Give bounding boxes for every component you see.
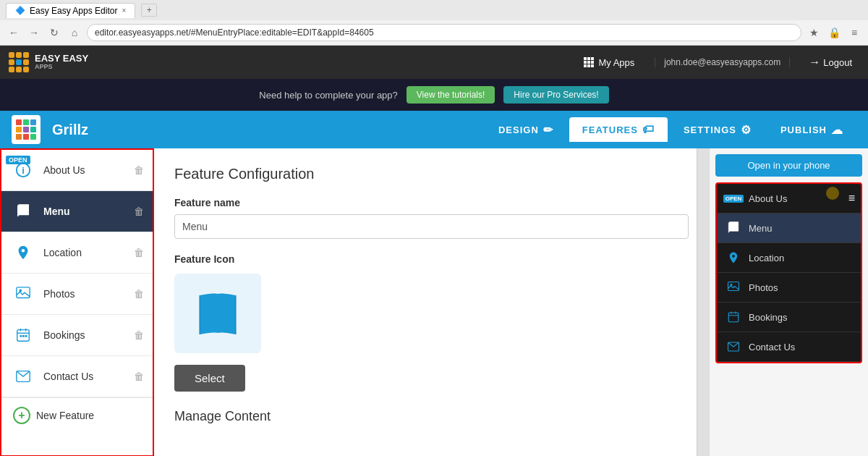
svg-rect-9 xyxy=(22,335,25,337)
delete-bookings-btn[interactable]: 🗑 xyxy=(134,329,144,341)
nav-icons: ★ 🔒 ≡ xyxy=(806,25,862,41)
gear-icon: ⚙ xyxy=(741,123,752,137)
add-feature-btn[interactable]: + New Feature xyxy=(1,397,153,433)
feature-icon-label: Feature Icon xyxy=(174,253,689,265)
content-area: Feature Configuration Feature name Featu… xyxy=(154,148,709,456)
delete-location-btn[interactable]: 🗑 xyxy=(134,247,144,258)
phone-item-photos[interactable]: Photos xyxy=(717,273,861,303)
delete-about-btn[interactable]: 🗑 xyxy=(134,164,144,176)
tab-title: Easy Easy Apps Editor xyxy=(30,6,117,16)
browser-title-bar: 🔷 Easy Easy Apps Editor × + xyxy=(0,0,868,20)
phone-bookings-icon xyxy=(726,309,741,325)
phone-item-bookings[interactable]: Bookings xyxy=(717,303,861,332)
sidebar-item-label-photos: Photos xyxy=(43,288,127,300)
design-tab[interactable]: DESIGN ✏ xyxy=(485,117,566,143)
phone-item-about[interactable]: OPEN About Us ≡ xyxy=(717,184,861,214)
open-badge: OPEN xyxy=(6,156,30,164)
feature-name-input[interactable] xyxy=(174,214,689,239)
app-name: Grillz xyxy=(52,122,88,138)
new-tab-btn[interactable]: + xyxy=(141,4,157,17)
browser-chrome: 🔷 Easy Easy Apps Editor × + ← → ↻ ⌂ ★ 🔒 … xyxy=(0,0,868,46)
my-apps-label: My Apps xyxy=(598,57,634,68)
sidebar-item-label-about: About Us xyxy=(43,164,127,176)
publish-label: PUBLISH xyxy=(780,124,827,135)
sidebar-item-photos[interactable]: Photos 🗑 xyxy=(1,274,153,315)
app-logo: EASY EASY APPS xyxy=(9,52,88,72)
hamburger-icon: ≡ xyxy=(848,192,855,205)
settings-label: SETTINGS xyxy=(684,124,736,135)
sidebar-item-label-bookings: Bookings xyxy=(43,329,127,341)
sidebar-item-about-us[interactable]: OPEN i About Us 🗑 xyxy=(1,150,153,191)
phone-item-menu[interactable]: Menu xyxy=(717,214,861,243)
pencil-icon: ✏ xyxy=(543,123,553,137)
envelope-icon xyxy=(15,368,31,384)
extensions-btn[interactable]: 🔒 xyxy=(826,25,842,41)
phone-item-label-bookings: Bookings xyxy=(749,312,852,323)
logout-btn[interactable]: → Logout xyxy=(801,51,859,73)
main-layout: OPEN i About Us 🗑 Menu 🗑 Location 🗑 xyxy=(0,148,868,456)
browser-tab[interactable]: 🔷 Easy Easy Apps Editor × xyxy=(6,3,135,18)
about-icon: i xyxy=(15,162,31,178)
cloud-icon: ☁ xyxy=(831,123,843,137)
features-tab[interactable]: FEATURES 🏷 xyxy=(569,117,668,142)
manage-content-label: Manage Content xyxy=(174,409,689,424)
scrollbar-track[interactable] xyxy=(699,148,709,456)
browser-nav: ← → ↻ ⌂ ★ 🔒 ≡ xyxy=(0,20,868,45)
logo-text: EASY EASY APPS xyxy=(35,54,88,71)
bookings-icon-container xyxy=(10,322,36,348)
sidebar-item-menu[interactable]: Menu 🗑 xyxy=(1,191,153,232)
reload-btn[interactable]: ↻ xyxy=(46,25,62,41)
tab-favicon: 🔷 xyxy=(15,6,25,15)
settings-tab[interactable]: SETTINGS ⚙ xyxy=(671,117,765,143)
bookmark-btn[interactable]: ★ xyxy=(806,25,822,41)
sidebar-item-label-menu: Menu xyxy=(43,206,127,217)
delete-menu-btn[interactable]: 🗑 xyxy=(134,206,144,217)
phone-item-label-contact: Contact Us xyxy=(749,342,852,352)
delete-contact-btn[interactable]: 🗑 xyxy=(134,371,144,382)
address-bar[interactable] xyxy=(87,24,801,41)
calendar-icon xyxy=(15,327,31,343)
sidebar: OPEN i About Us 🗑 Menu 🗑 Location 🗑 xyxy=(0,148,154,456)
open-in-phone-btn[interactable]: Open in your phone xyxy=(715,154,862,177)
svg-point-3 xyxy=(20,290,22,292)
home-btn[interactable]: ⌂ xyxy=(67,25,82,41)
tutorials-btn[interactable]: View the tutorials! xyxy=(407,86,495,104)
menu-btn[interactable]: ≡ xyxy=(846,25,862,41)
phone-screen: OPEN About Us ≡ Menu Location xyxy=(715,182,862,363)
toolbar: Grillz DESIGN ✏ FEATURES 🏷 SETTINGS ⚙ PU… xyxy=(0,111,868,148)
select-icon-btn[interactable]: Select xyxy=(174,365,245,392)
sidebar-item-location[interactable]: Location 🗑 xyxy=(1,232,153,274)
phone-item-contact[interactable]: Contact Us xyxy=(717,332,861,362)
add-circle-icon: + xyxy=(13,407,30,424)
phone-item-label-location: Location xyxy=(749,253,852,263)
publish-tab[interactable]: PUBLISH ☁ xyxy=(767,117,856,143)
delete-photos-btn[interactable]: 🗑 xyxy=(134,288,144,300)
sidebar-item-label-location: Location xyxy=(43,247,127,258)
tab-close-btn[interactable]: × xyxy=(122,7,126,14)
menu-icon-container xyxy=(10,198,36,224)
pro-services-btn[interactable]: Hire our Pro Services! xyxy=(503,86,608,104)
header-email: john.doe@easyeasyapps.com xyxy=(655,57,790,67)
phone-item-location[interactable]: Location xyxy=(717,243,861,273)
phone-menu-icon xyxy=(726,220,741,236)
svg-text:i: i xyxy=(22,165,25,176)
features-label: FEATURES xyxy=(582,124,638,135)
phone-preview-panel: Open in your phone OPEN About Us ≡ Menu xyxy=(709,148,868,456)
icon-preview-box xyxy=(174,274,261,353)
svg-rect-10 xyxy=(25,335,27,337)
book-preview-icon xyxy=(192,288,243,339)
phone-item-label-photos: Photos xyxy=(749,282,852,293)
back-btn[interactable]: ← xyxy=(6,25,22,41)
design-label: DESIGN xyxy=(498,124,539,135)
cursor-indicator xyxy=(826,187,839,200)
my-apps-btn[interactable]: My Apps xyxy=(575,53,643,72)
sidebar-item-label-contact: Contact Us xyxy=(43,371,127,382)
scrollbar-thumb[interactable] xyxy=(700,154,709,190)
sidebar-item-contact-us[interactable]: Contact Us 🗑 xyxy=(1,356,153,397)
forward-btn[interactable]: → xyxy=(26,25,42,41)
phone-item-label-menu: Menu xyxy=(749,223,852,234)
apps-grid-icon xyxy=(584,57,594,67)
banner-text: Need help to complete your app? xyxy=(259,90,398,101)
sidebar-item-bookings[interactable]: Bookings 🗑 xyxy=(1,315,153,356)
logo-grid-icon xyxy=(9,52,29,72)
